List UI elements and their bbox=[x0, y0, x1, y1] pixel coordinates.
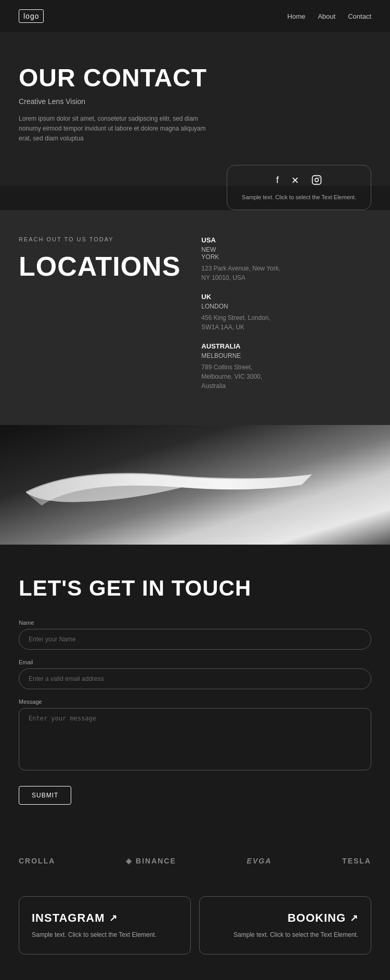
locations-right: USA NEWYORK 123 Park Avenue, New York,NY… bbox=[201, 236, 371, 399]
reach-label: REACH OUT TO US TODAY bbox=[19, 236, 180, 242]
name-label: Name bbox=[19, 620, 371, 626]
brand-tesla: TESLA bbox=[342, 857, 371, 865]
instagram-arrow-icon: ↗ bbox=[109, 912, 118, 924]
hero-image bbox=[0, 425, 390, 545]
nav: Home About Contact bbox=[288, 12, 371, 20]
svg-point-1 bbox=[315, 178, 319, 182]
social-icons: f ✕ bbox=[276, 175, 322, 188]
hero-title: OUR CONTACT bbox=[19, 63, 371, 92]
nav-contact[interactable]: Contact bbox=[348, 12, 371, 20]
booking-arrow-icon: ↗ bbox=[350, 912, 358, 924]
message-input[interactable] bbox=[19, 708, 371, 770]
locations-section: REACH OUT TO US TODAY LOCATIONS USA NEWY… bbox=[0, 210, 390, 425]
booking-card[interactable]: BOOKING ↗ Sample text. Click to select t… bbox=[199, 896, 371, 955]
location-city-newyork: NEWYORK bbox=[201, 246, 371, 261]
booking-card-text: Sample text. Click to select the Text El… bbox=[212, 930, 358, 939]
booking-title-text: BOOKING bbox=[288, 911, 346, 925]
location-country-usa: USA bbox=[201, 236, 371, 244]
hero-subtitle: Creative Lens Vision bbox=[19, 97, 371, 106]
name-field-group: Name bbox=[19, 620, 371, 650]
location-city-melbourne: MELBOURNE bbox=[201, 352, 371, 359]
location-country-uk: UK bbox=[201, 293, 371, 301]
instagram-card[interactable]: INSTAGRAM ↗ Sample text. Click to select… bbox=[19, 896, 191, 955]
location-country-australia: AUSTRALIA bbox=[201, 342, 371, 350]
locations-title: LOCATIONS bbox=[19, 251, 180, 282]
instagram-card-text: Sample text. Click to select the Text El… bbox=[32, 930, 178, 939]
contact-section: LET'S GET IN TOUCH Name Email Message SU… bbox=[0, 545, 390, 836]
location-address-newyork: 123 Park Avenue, New York,NY 10010, USA bbox=[201, 264, 371, 282]
twitter-icon[interactable]: ✕ bbox=[291, 175, 299, 188]
booking-card-title: BOOKING ↗ bbox=[212, 911, 358, 925]
instagram-title-text: INSTAGRAM bbox=[32, 911, 105, 925]
location-city-london: LONDON bbox=[201, 303, 371, 310]
brands-section: CROLLA ◈ BINANCE EVGA TESLA bbox=[0, 836, 390, 886]
hero-description: Lorem ipsum dolor sit amet, consetetur s… bbox=[19, 114, 216, 144]
email-label: Email bbox=[19, 659, 371, 665]
instagram-icon[interactable] bbox=[311, 175, 322, 188]
locations-left: REACH OUT TO US TODAY LOCATIONS bbox=[19, 236, 180, 399]
email-field-group: Email bbox=[19, 659, 371, 689]
footer: Sample text. Click to select the Text El… bbox=[0, 975, 390, 980]
instagram-card-title: INSTAGRAM ↗ bbox=[32, 911, 178, 925]
email-input[interactable] bbox=[19, 668, 371, 689]
message-field-group: Message bbox=[19, 699, 371, 772]
contact-title: LET'S GET IN TOUCH bbox=[19, 576, 371, 601]
svg-point-2 bbox=[319, 177, 320, 178]
header: logo Home About Contact bbox=[0, 0, 390, 32]
nav-about[interactable]: About bbox=[318, 12, 335, 20]
message-label: Message bbox=[19, 699, 371, 705]
facebook-icon[interactable]: f bbox=[276, 175, 279, 188]
submit-button[interactable]: SUBMIT bbox=[19, 786, 71, 805]
cards-section: INSTAGRAM ↗ Sample text. Click to select… bbox=[0, 886, 390, 975]
svg-rect-0 bbox=[313, 175, 321, 184]
name-input[interactable] bbox=[19, 629, 371, 650]
brand-crolla: CROLLA bbox=[19, 857, 55, 865]
location-address-london: 456 King Street, London,SW1A 1AA, UK bbox=[201, 313, 371, 332]
logo: logo bbox=[19, 9, 44, 23]
location-address-melbourne: 789 Collins Street,Melbourne, VIC 3000,A… bbox=[201, 363, 371, 391]
social-box: f ✕ Sample text. Click to select the Tex… bbox=[227, 165, 371, 210]
brand-binance: ◈ BINANCE bbox=[126, 857, 176, 865]
hero-section: OUR CONTACT Creative Lens Vision Lorem i… bbox=[0, 32, 390, 186]
nav-home[interactable]: Home bbox=[288, 12, 306, 20]
brand-evga: EVGA bbox=[247, 857, 272, 865]
social-sample-text: Sample text. Click to select the Text El… bbox=[242, 194, 356, 200]
